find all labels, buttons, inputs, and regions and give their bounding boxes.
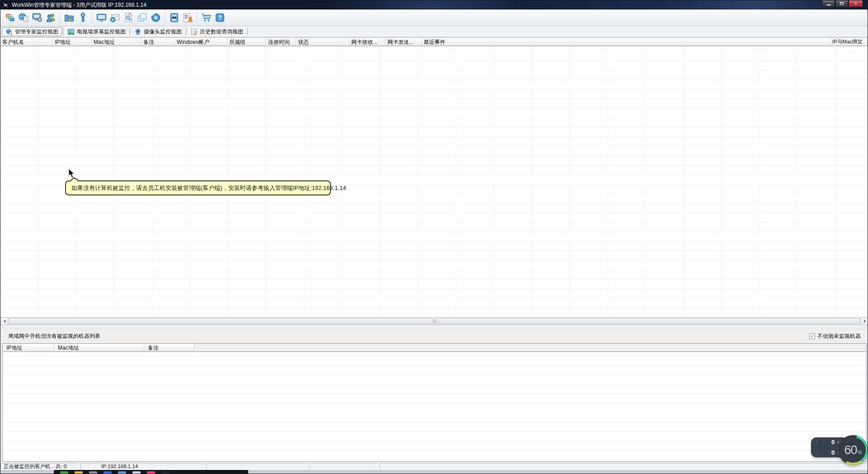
taskbar-app-icon[interactable] (75, 471, 83, 474)
column-header-connect-time[interactable]: 连接时间 (266, 38, 296, 46)
window-title: WorkWin管理专家管理端 - 3用户试用版 IP:192.168.1.14 (12, 1, 146, 9)
thumb-grip (434, 319, 435, 323)
windows-copy-icon[interactable] (135, 11, 149, 24)
network-speed-widget[interactable]: ↑ 0 K/s ↓ 0 K/s 60 % (811, 435, 868, 465)
file-manager-icon[interactable] (62, 11, 76, 24)
tab-manager-monitor-view[interactable]: 管理专家监控视图 (2, 27, 62, 36)
tab-history-query-view[interactable]: 历史数据查询视图 (187, 27, 246, 36)
client-table-header: 客户机名 IP地址 Mac地址 备注 Windows帐户 所属组 连接时间 状态… (0, 37, 868, 46)
picture-wall-icon (67, 28, 75, 35)
toolbar-separator (165, 12, 165, 24)
taskbar-app-icon[interactable] (60, 471, 68, 474)
check-icon: ✓ (810, 334, 814, 339)
monitor-search-icon (5, 28, 13, 35)
tooltip-text: 如果没有计算机被监控，请去员工机安装被管理端(客户端)，安装时请参考输入管理端I… (71, 184, 346, 192)
bird-logo-icon (2, 2, 9, 8)
usage-percent: 60 (844, 437, 857, 463)
minimize-button[interactable] (822, 0, 835, 7)
monitor-icon[interactable] (94, 11, 108, 24)
tab-separator (130, 28, 130, 35)
upload-arrow-icon: ↑ (816, 440, 820, 445)
scroll-right-button[interactable] (861, 318, 868, 325)
taskbar-icons-strip (54, 470, 248, 474)
status-pane-empty (379, 463, 868, 469)
close-button[interactable]: × (849, 0, 863, 7)
unmonitored-table-header: IP地址 Mac地址 备注 (3, 344, 866, 352)
taskbar-app-icon[interactable] (118, 471, 126, 474)
cd-record-icon[interactable] (149, 11, 162, 24)
usage-percent-unit: % (858, 450, 862, 455)
svg-text:?: ? (218, 14, 222, 21)
thumb-grip (433, 319, 434, 323)
checkbox-label: 不侦测未监视机器 (817, 332, 861, 340)
minimize-icon (827, 5, 831, 5)
download-arrow-icon: ↓ (816, 450, 820, 455)
column-header-group[interactable]: 所属组 (227, 38, 266, 46)
main-toolbar: ? (0, 9, 868, 26)
upload-value: 0 (831, 439, 835, 445)
taskbar-app-icon[interactable] (104, 471, 112, 474)
tab-separator (63, 28, 63, 35)
maximize-button[interactable] (835, 0, 848, 7)
column-header-lan-remark[interactable]: 备注 (144, 344, 194, 351)
column-header-nic-recv[interactable]: 网卡接收... (349, 38, 386, 46)
taskbar-app-icon[interactable] (161, 471, 170, 474)
scroll-left-icon (2, 319, 5, 323)
tab-tvwall-monitor-view[interactable]: 电视墙屏幕监控视图 (64, 27, 129, 36)
tab-separator (186, 28, 186, 35)
status-pane-empty (206, 463, 308, 469)
maximize-icon (840, 2, 844, 5)
screens-layout-icon[interactable] (3, 11, 17, 24)
search-document-icon[interactable] (122, 11, 135, 24)
unmonitored-machine-list: IP地址 Mac地址 备注 (2, 343, 867, 462)
users-icon[interactable] (44, 11, 57, 24)
scrollbar-thumb[interactable] (9, 318, 860, 325)
column-header-status[interactable]: 状态 (296, 38, 349, 46)
status-server-ip: IP:192.168.1.14 (80, 463, 205, 469)
lan-panel-title: 局域网中开机但没有被监视的机器列表 (8, 332, 100, 340)
status-pane-empty (309, 463, 378, 469)
column-header-ip[interactable]: IP地址 (53, 38, 92, 46)
toolbar-separator (197, 12, 197, 24)
taskbar-app-icon[interactable] (132, 471, 141, 474)
horizontal-scrollbar[interactable] (0, 317, 868, 325)
mail-monitor-icon[interactable] (108, 11, 122, 24)
scroll-right-icon (864, 319, 868, 323)
tab-camera-monitor-view[interactable]: 摄像头监控视图 (131, 27, 185, 36)
toolbar-separator (60, 12, 60, 24)
scroll-left-button[interactable] (0, 318, 8, 325)
client-list-area: 如果没有计算机被监控，请去员工机安装被管理端(客户端)，安装时请参考输入管理端I… (0, 46, 868, 317)
checkbox-box[interactable]: ✓ (809, 333, 815, 339)
lan-panel-header: 局域网中开机但没有被监视的机器列表 ✓ 不侦测未监视机器 (0, 329, 868, 343)
usage-ring[interactable]: 60 % (838, 435, 868, 465)
taskbar-app-icon[interactable] (147, 471, 155, 474)
status-clients-count: 正在被监控的客户机，共: 0 (0, 463, 80, 469)
tab-label: 历史数据查询视图 (200, 28, 243, 36)
column-header-mac[interactable]: Mac地址 (92, 38, 142, 46)
workwin-window: WorkWin管理专家管理端 - 3用户试用版 IP:192.168.1.14 … (0, 0, 868, 474)
column-header-recent-event[interactable]: 最近事件 (422, 38, 831, 46)
column-header-ip-mac-bind[interactable]: IP与Mac绑定 (831, 38, 868, 46)
purchase-cart-icon[interactable] (199, 11, 213, 24)
taskbar-sliver (0, 470, 868, 474)
address-book-icon[interactable] (167, 11, 181, 24)
column-header-windows-account[interactable]: Windows帐户 (175, 38, 227, 46)
key-policy-icon[interactable] (76, 11, 90, 24)
toolbar-separator (92, 12, 92, 24)
column-header-lan-mac[interactable]: Mac地址 (54, 344, 144, 351)
web-log-icon[interactable] (17, 11, 30, 24)
title-bar: WorkWin管理专家管理端 - 3用户试用版 IP:192.168.1.14 … (0, 0, 868, 9)
column-header-client-name[interactable]: 客户机名 (0, 38, 53, 46)
taskbar-app-icon[interactable] (89, 471, 97, 474)
column-header-lan-ip[interactable]: IP地址 (3, 344, 54, 351)
remote-desktop-settings-icon[interactable] (30, 11, 44, 24)
view-tabbar: 管理专家监控视图 电视墙屏幕监控视图 摄像头监控视图 历史数据查询视图 (0, 26, 868, 37)
column-header-remark[interactable]: 备注 (142, 38, 175, 46)
no-detect-checkbox[interactable]: ✓ 不侦测未监视机器 (809, 332, 861, 340)
help-icon[interactable]: ? (213, 11, 226, 24)
user-report-icon[interactable] (181, 11, 194, 24)
thumb-grip (436, 319, 436, 323)
history-note-icon (190, 28, 198, 35)
download-value: 0 (831, 450, 835, 455)
column-header-nic-send[interactable]: 网卡发送... (386, 38, 422, 46)
